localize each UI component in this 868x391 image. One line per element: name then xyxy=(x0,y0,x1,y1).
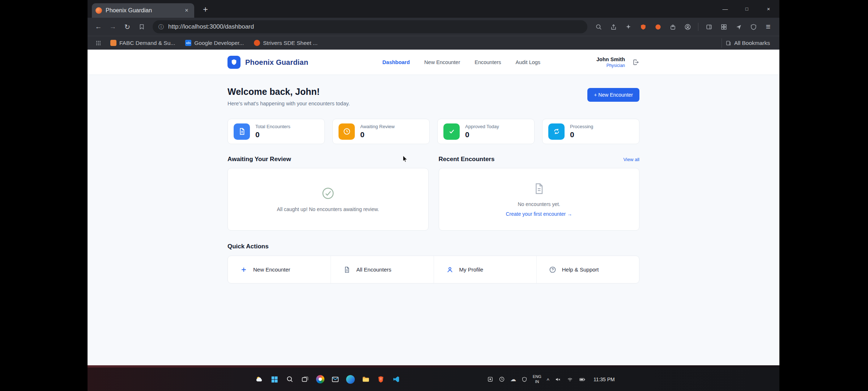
apps-grid-icon[interactable] xyxy=(717,20,731,33)
stat-label: Processing xyxy=(570,124,593,129)
brave-shield-icon[interactable] xyxy=(636,20,650,33)
recent-encounters-panel: No encounters yet. Create your first enc… xyxy=(439,168,640,231)
quick-actions-title: Quick Actions xyxy=(227,243,639,250)
browser-toolbar: ← → ↻ ⓘ http://localhost:3000/dashboard xyxy=(88,18,779,36)
nav-dashboard[interactable]: Dashboard xyxy=(382,59,410,65)
stat-processing: Processing 0 xyxy=(542,119,639,144)
tray-shield-icon[interactable] xyxy=(522,377,527,382)
start-button-icon[interactable] xyxy=(268,373,281,386)
task-view-icon[interactable] xyxy=(299,373,311,386)
document-icon xyxy=(234,123,250,140)
volume-muted-icon[interactable] xyxy=(555,376,561,383)
brave-rewards-icon[interactable] xyxy=(651,20,665,33)
taskbar-clock[interactable]: 11:35 PM xyxy=(593,377,615,382)
nav-encounters[interactable]: Encounters xyxy=(475,59,501,65)
edge-browser-icon[interactable] xyxy=(344,373,357,386)
brand[interactable]: Phoenix Guardian xyxy=(227,56,308,69)
quick-action-label: Help & Support xyxy=(562,266,599,273)
mouse-cursor xyxy=(401,156,409,163)
brave-browser-icon[interactable] xyxy=(375,373,387,386)
bookmark-apps-icon[interactable] xyxy=(93,37,103,50)
forward-button[interactable]: → xyxy=(106,20,119,33)
bookmark-item[interactable]: FABC Demand & Su... xyxy=(107,38,178,48)
tab-title: Phoenix Guardian xyxy=(106,7,179,14)
help-icon xyxy=(549,266,556,273)
bookmark-label: Strivers SDE Sheet ... xyxy=(263,40,318,46)
user-name: John Smith xyxy=(596,56,625,63)
widgets-weather-icon[interactable] xyxy=(253,373,265,386)
sparkle-icon[interactable] xyxy=(621,20,635,33)
tray-clock-icon[interactable] xyxy=(499,376,505,382)
taskbar: ☁ ENG IN ^ 11:35 PM xyxy=(88,367,779,391)
language-indicator[interactable]: ENG IN xyxy=(533,374,541,384)
profile-icon[interactable] xyxy=(681,20,694,33)
window-minimize-button[interactable]: — xyxy=(714,0,736,18)
bookmark-item[interactable]: Strivers SDE Sheet ... xyxy=(251,38,321,48)
quick-action-label: All Encounters xyxy=(356,266,391,273)
create-first-encounter-link[interactable]: Create your first encounter → xyxy=(506,211,572,217)
stat-total-encounters: Total Encounters 0 xyxy=(227,119,325,144)
battery-icon[interactable] xyxy=(579,376,586,383)
stat-label: Awaiting Review xyxy=(360,124,395,129)
awaiting-review-title: Awaiting Your Review xyxy=(227,156,291,163)
quick-action-help-support[interactable]: Help & Support xyxy=(536,256,639,283)
hidden-icons-caret[interactable]: ^ xyxy=(547,377,549,383)
file-explorer-icon[interactable] xyxy=(359,373,372,386)
nav-new-encounter[interactable]: New Encounter xyxy=(424,59,460,65)
site-info-icon[interactable]: ⓘ xyxy=(158,24,164,30)
browser-tab[interactable]: Phoenix Guardian × xyxy=(92,3,194,18)
back-button[interactable]: ← xyxy=(92,20,105,33)
stat-value: 0 xyxy=(465,130,499,139)
shield-settings-icon[interactable] xyxy=(746,20,760,33)
quick-action-all-encounters[interactable]: All Encounters xyxy=(331,256,433,283)
logout-button[interactable] xyxy=(632,59,639,66)
window-maximize-button[interactable]: □ xyxy=(736,0,758,18)
document-empty-icon xyxy=(532,182,545,195)
network-wifi-icon[interactable] xyxy=(567,376,573,383)
recent-empty-text: No encounters yet. xyxy=(518,201,560,207)
quick-action-label: My Profile xyxy=(459,266,484,273)
new-tab-button[interactable]: + xyxy=(200,4,211,15)
nav-audit-logs[interactable]: Audit Logs xyxy=(516,59,541,65)
quick-action-my-profile[interactable]: My Profile xyxy=(434,256,536,283)
taskbar-search-icon[interactable] xyxy=(284,373,296,386)
quick-action-label: New Encounter xyxy=(253,266,290,273)
welcome-block: Welcome back, John! Here's what's happen… xyxy=(227,87,350,106)
new-encounter-button[interactable]: + New Encounter xyxy=(587,88,639,102)
share-icon[interactable] xyxy=(607,20,620,33)
window-close-button[interactable]: × xyxy=(758,0,779,18)
stat-approved-today: Approved Today 0 xyxy=(437,119,535,144)
sidebar-icon[interactable] xyxy=(702,20,716,33)
photos-app-icon[interactable] xyxy=(314,373,326,386)
reload-button[interactable]: ↻ xyxy=(121,20,134,33)
bookmark-icon[interactable] xyxy=(135,20,148,33)
address-bar[interactable]: ⓘ http://localhost:3000/dashboard xyxy=(153,20,587,33)
tab-close-icon[interactable]: × xyxy=(183,7,191,14)
menu-icon[interactable]: ≡ xyxy=(761,20,775,33)
bookmark-favicon xyxy=(110,40,116,46)
welcome-subtitle: Here's what's happening with your encoun… xyxy=(227,101,350,106)
url-text[interactable]: http://localhost:3000/dashboard xyxy=(168,23,254,30)
extensions-puzzle-icon[interactable] xyxy=(666,20,680,33)
taskbar-apps xyxy=(253,367,402,391)
search-icon[interactable] xyxy=(592,20,605,33)
send-icon[interactable] xyxy=(732,20,745,33)
mail-app-icon[interactable] xyxy=(329,373,341,386)
onedrive-cloud-icon[interactable]: ☁ xyxy=(510,376,516,383)
clock-icon xyxy=(339,123,355,140)
all-bookmarks-button[interactable]: All Bookmarks xyxy=(722,38,774,48)
tray-app-icon[interactable] xyxy=(487,376,493,382)
plus-icon xyxy=(240,266,247,273)
welcome-title: Welcome back, John! xyxy=(227,87,350,97)
main-nav: Dashboard New Encounter Encounters Audit… xyxy=(382,59,540,65)
bookmark-item[interactable]: </> Google Developer... xyxy=(182,38,247,48)
vscode-icon[interactable] xyxy=(390,373,402,386)
view-all-link[interactable]: View all xyxy=(623,157,639,162)
web-page: Phoenix Guardian Dashboard New Encounter… xyxy=(88,50,779,365)
all-bookmarks-label: All Bookmarks xyxy=(734,40,770,46)
bookmarks-bar: FABC Demand & Su... </> Google Developer… xyxy=(88,36,779,50)
check-icon xyxy=(443,123,460,140)
quick-action-new-encounter[interactable]: New Encounter xyxy=(228,256,331,283)
documents-icon xyxy=(343,266,350,273)
brand-logo-icon xyxy=(227,56,241,69)
